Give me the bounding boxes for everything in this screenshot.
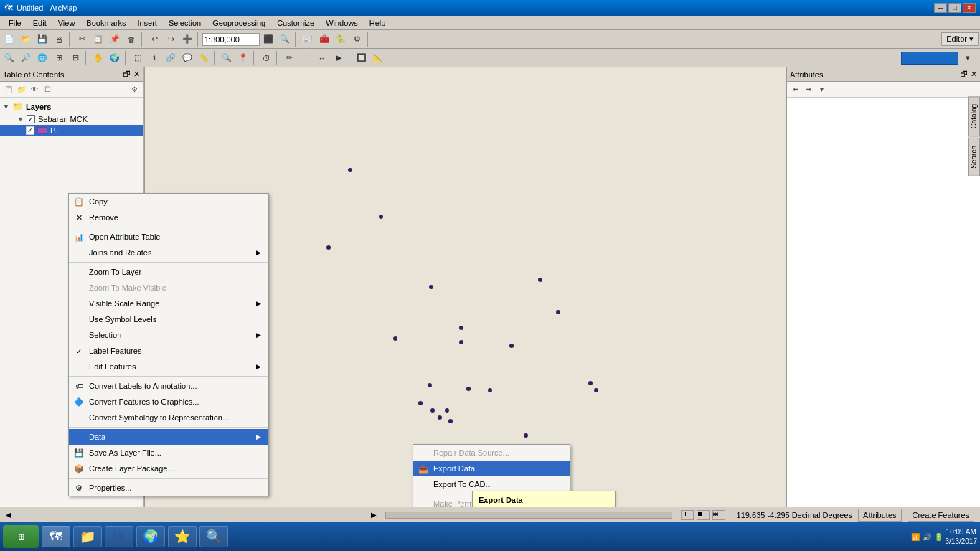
pan-btn[interactable]: ✋ (90, 50, 106, 66)
ctx-zoom-to[interactable]: Zoom To Layer (69, 264, 268, 280)
submenu-export-cad[interactable]: Export To CAD... (413, 476, 570, 492)
delete-btn[interactable]: 🗑 (123, 32, 139, 47)
list-by-source[interactable]: 📁 (16, 84, 27, 95)
menu-geoprocessing[interactable]: Geoprocessing (207, 17, 271, 29)
attr-tool3[interactable]: ▾ (816, 84, 827, 95)
menu-bookmarks[interactable]: Bookmarks (80, 17, 131, 29)
menu-customize[interactable]: Customize (271, 17, 320, 29)
ctx-joins[interactable]: Joins and Relates ▶ (69, 245, 268, 260)
hyperlink-btn[interactable]: 🔗 (163, 50, 179, 66)
ctx-convert-features[interactable]: 🔷 Convert Features to Graphics... (69, 394, 268, 410)
snapping-btn[interactable]: 🔲 (354, 50, 369, 66)
symbology-btn[interactable]: ▾ (960, 50, 976, 66)
draw-btn[interactable]: ✏ (281, 50, 297, 66)
layout-view-btn[interactable]: 📰 (300, 32, 316, 47)
pause-btn[interactable]: ⏸ (681, 510, 694, 520)
toc-float-btn[interactable]: 🗗 (123, 70, 131, 79)
ctx-data[interactable]: Data ▶ (69, 429, 268, 445)
copy-btn[interactable]: 📋 (90, 32, 106, 47)
menu-windows[interactable]: Windows (320, 17, 364, 29)
toc-close-btn[interactable]: ✕ (133, 70, 140, 79)
fixed-zoom-out[interactable]: ⊟ (67, 50, 83, 66)
menu-view[interactable]: View (52, 17, 81, 29)
identify-btn[interactable]: ℹ (146, 50, 162, 66)
close-button[interactable]: ✕ (963, 3, 976, 13)
pan-to-selected[interactable]: ▶ (331, 50, 347, 66)
checkbox-sebaran[interactable] (27, 115, 35, 123)
minimize-button[interactable]: ─ (934, 3, 947, 13)
checkbox-p[interactable] (26, 126, 34, 135)
globe-btn[interactable]: 🌐 (34, 50, 50, 66)
stop-btn[interactable]: ⏹ (697, 510, 710, 520)
catalog-tab[interactable]: Catalog (968, 96, 980, 136)
menu-edit[interactable]: Edit (27, 17, 52, 29)
taskbar-star[interactable]: ⭐ (168, 526, 197, 547)
cut-btn[interactable]: ✂ (74, 32, 90, 47)
scale-input[interactable] (202, 33, 260, 46)
zoom-out-btn[interactable]: 🔎 (18, 50, 34, 66)
ctx-open-attr[interactable]: 📊 Open Attribute Table (69, 229, 268, 245)
taskbar-search[interactable]: 🔍 (199, 526, 228, 547)
editor-sketch-btn[interactable]: 📐 (370, 50, 386, 66)
fixed-zoom-in[interactable]: ⊞ (51, 50, 67, 66)
search-tab[interactable]: Search (968, 138, 980, 176)
arc-toolbox-btn[interactable]: 🧰 (316, 32, 332, 47)
taskbar-arcmap[interactable]: 🗺 (42, 526, 70, 547)
ctx-copy[interactable]: 📋 Copy (69, 194, 268, 209)
model-builder-btn[interactable]: ⚙ (349, 32, 365, 47)
new-btn[interactable]: 📄 (1, 32, 17, 47)
ctx-create-package[interactable]: 📦 Create Layer Package... (69, 461, 268, 476)
ctx-selection[interactable]: Selection ▶ (69, 327, 268, 343)
ctx-visible-scale[interactable]: Visible Scale Range ▶ (69, 296, 268, 311)
ctx-convert-labels[interactable]: 🏷 Convert Labels to Annotation... (69, 378, 268, 394)
maximize-button[interactable]: □ (948, 3, 961, 13)
taskbar-files[interactable]: 📁 (73, 526, 102, 547)
ctx-properties[interactable]: ⚙ Properties... (69, 480, 268, 496)
forward-btn[interactable]: ⏭ (712, 510, 725, 520)
zoom-layer-btn[interactable]: 🔍 (277, 32, 293, 47)
attr-float-btn[interactable]: 🗗 (960, 70, 968, 79)
ctx-edit-features[interactable]: Edit Features ▶ (69, 359, 268, 375)
submenu-export-data[interactable]: 📤 Export Data... (413, 461, 570, 476)
attr-close-btn[interactable]: ✕ (971, 70, 977, 79)
scroll-left[interactable]: ◀ (6, 511, 11, 519)
undo-btn[interactable]: ↩ (146, 32, 162, 47)
measure-btn[interactable]: 📏 (196, 50, 212, 66)
ctx-convert-symbology[interactable]: Convert Symbology to Representation... (69, 410, 268, 425)
ctx-remove[interactable]: ✕ Remove (69, 209, 268, 225)
full-extent-btn[interactable]: 🌍 (107, 50, 123, 66)
clear-select-btn[interactable]: ☐ (298, 50, 314, 66)
select-features-btn[interactable]: ⬚ (130, 50, 146, 66)
time-btn[interactable]: ⏱ (258, 50, 274, 66)
attr-tool1[interactable]: ⬅ (790, 84, 801, 95)
paste-btn[interactable]: 📌 (107, 32, 123, 47)
ctx-symbol-levels[interactable]: Use Symbol Levels (69, 311, 268, 327)
switch-select-btn[interactable]: ↔ (314, 50, 330, 66)
zoom-in-btn[interactable]: 🔍 (1, 50, 17, 66)
redo-btn[interactable]: ↪ (163, 32, 179, 47)
taskbar-word[interactable]: W (105, 526, 133, 547)
open-btn[interactable]: 📂 (18, 32, 34, 47)
toc-item-sebaran[interactable]: ▼ Sebaran MCK (0, 113, 143, 125)
horizontal-scrollbar[interactable] (385, 512, 672, 519)
scroll-right[interactable]: ▶ (371, 511, 377, 519)
attr-tool2[interactable]: ➡ (803, 84, 814, 95)
goto-xy-btn[interactable]: 📍 (235, 50, 251, 66)
html-popup-btn[interactable]: 💬 (179, 50, 195, 66)
editor-dropdown[interactable]: Editor ▾ (941, 32, 979, 46)
menu-insert[interactable]: Insert (131, 17, 163, 29)
taskbar-earth[interactable]: 🌍 (136, 526, 165, 547)
list-by-selection[interactable]: ☐ (42, 84, 53, 95)
add-data-btn[interactable]: ➕ (179, 32, 195, 47)
list-by-drawing-order[interactable]: 📋 (3, 84, 14, 95)
python-btn[interactable]: 🐍 (333, 32, 349, 47)
print-btn[interactable]: 🖨 (51, 32, 67, 47)
create-features-btn[interactable]: Create Features (908, 509, 974, 522)
find-btn[interactable]: 🔍 (219, 50, 235, 66)
menu-help[interactable]: Help (364, 17, 392, 29)
menu-selection[interactable]: Selection (163, 17, 207, 29)
toc-layers-group[interactable]: ▼ 📁 Layers (0, 100, 143, 113)
ctx-label-features[interactable]: ✓ Label Features (69, 343, 268, 359)
zoom-full-btn[interactable]: ⬛ (260, 32, 276, 47)
ctx-save-layer[interactable]: 💾 Save As Layer File... (69, 445, 268, 461)
